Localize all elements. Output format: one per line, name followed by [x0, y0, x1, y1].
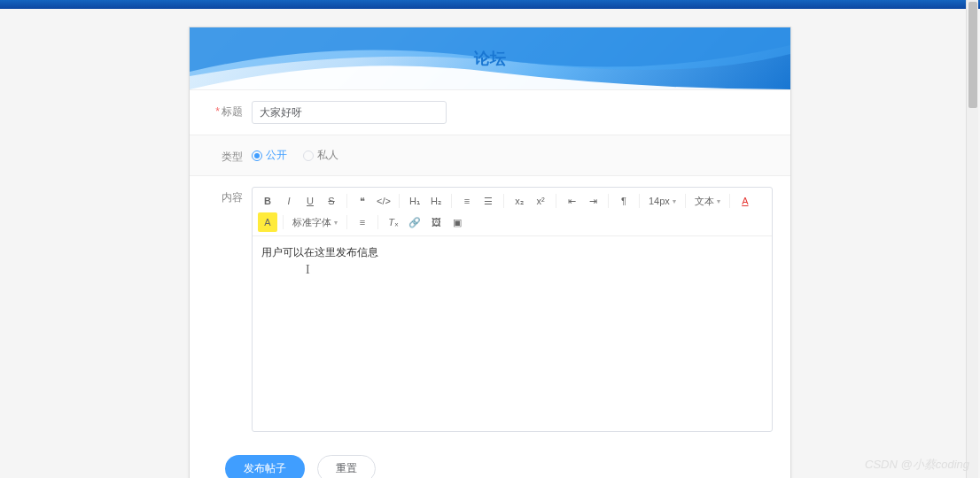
rich-text-editor: B I U S ❝ </> H₁ H₂ ≡ ☰ x₂ x²	[252, 187, 773, 432]
banner-title: 论坛	[474, 48, 506, 69]
forum-post-card: 论坛 *标题 类型 公开 私人 内容 B	[189, 27, 791, 478]
title-label: *标题	[207, 101, 243, 120]
watermark: CSDN @小蔡coding	[865, 457, 969, 473]
video-button[interactable]: ▣	[447, 212, 467, 232]
h2-button[interactable]: H₂	[426, 191, 446, 211]
bg-color-button[interactable]: A	[258, 212, 277, 232]
link-button[interactable]: 🔗	[405, 212, 424, 232]
radio-public[interactable]: 公开	[252, 148, 287, 163]
content-area: 论坛 *标题 类型 公开 私人 内容 B	[0, 9, 980, 478]
submit-button[interactable]: 发布帖子	[225, 455, 305, 478]
underline-button[interactable]: U	[300, 191, 320, 211]
image-button[interactable]: 🖼	[426, 212, 446, 232]
vertical-scrollbar[interactable]	[966, 0, 978, 478]
editor-content-text: 用户可以在这里发布信息	[261, 246, 378, 258]
type-section: 类型 公开 私人	[190, 135, 790, 175]
banner: 论坛	[190, 27, 790, 89]
outdent-button[interactable]: ⇥	[583, 191, 603, 211]
indent-button[interactable]: ⇤	[562, 191, 581, 211]
format-select[interactable]: 文本▾	[691, 193, 724, 210]
type-label: 类型	[207, 146, 243, 165]
action-buttons: 发布帖子 重置	[190, 443, 790, 478]
font-family-select[interactable]: 标准字体▾	[289, 214, 341, 231]
bold-button[interactable]: B	[258, 191, 277, 211]
ordered-list-button[interactable]: ≡	[457, 191, 477, 211]
h1-button[interactable]: H₁	[405, 191, 424, 211]
radio-icon	[303, 150, 314, 161]
content-label: 内容	[207, 187, 243, 205]
radio-icon	[252, 150, 262, 161]
text-color-button[interactable]: A	[735, 191, 755, 211]
title-section: *标题	[190, 89, 790, 135]
title-input[interactable]	[252, 101, 447, 124]
editor-textarea[interactable]: 用户可以在这里发布信息 I	[253, 236, 772, 431]
subscript-button[interactable]: x₂	[509, 191, 529, 211]
top-navigation	[0, 0, 980, 9]
quote-button[interactable]: ❝	[353, 191, 372, 211]
clear-format-button[interactable]: Tₓ	[384, 212, 403, 232]
type-radio-group: 公开 私人	[252, 146, 338, 163]
radio-private[interactable]: 私人	[303, 148, 338, 163]
radio-label-private: 私人	[317, 148, 338, 163]
radio-label-public: 公开	[266, 148, 287, 163]
superscript-button[interactable]: x²	[531, 191, 550, 211]
text-cursor-icon: I	[306, 263, 310, 277]
editor-toolbar: B I U S ❝ </> H₁ H₂ ≡ ☰ x₂ x²	[253, 188, 772, 236]
direction-button[interactable]: ¶	[614, 191, 634, 211]
content-section: 内容 B I U S ❝ </> H₁ H₂ ≡ ☰ x₂	[190, 175, 790, 443]
scrollbar-thumb[interactable]	[968, 2, 977, 108]
code-button[interactable]: </>	[374, 191, 393, 211]
italic-button[interactable]: I	[279, 191, 299, 211]
align-button[interactable]: ≡	[353, 212, 372, 232]
strike-button[interactable]: S	[322, 191, 341, 211]
font-size-select[interactable]: 14px▾	[645, 194, 680, 208]
unordered-list-button[interactable]: ☰	[478, 191, 498, 211]
reset-button[interactable]: 重置	[317, 455, 376, 478]
